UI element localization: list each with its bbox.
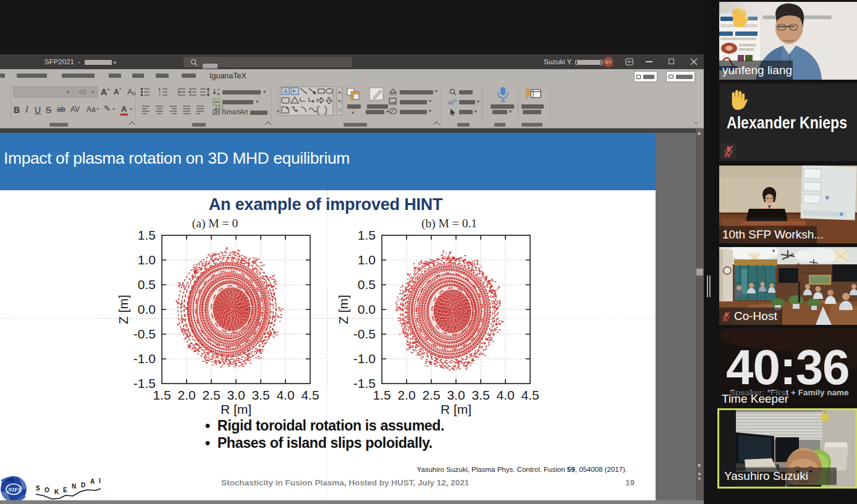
svg-text:1.5: 1.5 <box>373 388 391 402</box>
svg-text:Z [m]: Z [m] <box>336 295 350 324</box>
svg-text:S: S <box>36 485 40 492</box>
svg-text:1.5: 1.5 <box>358 228 376 242</box>
svg-text:-1.0: -1.0 <box>353 351 376 366</box>
svg-text:2.0: 2.0 <box>177 388 195 402</box>
svg-text:E: E <box>63 487 67 494</box>
svg-text:R [m]: R [m] <box>221 402 251 416</box>
svg-text:1.5: 1.5 <box>138 228 156 242</box>
svg-text:4.5: 4.5 <box>301 388 319 402</box>
svg-text:3.0: 3.0 <box>447 388 465 402</box>
svg-text:1.0: 1.0 <box>358 253 376 267</box>
svg-text:3.5: 3.5 <box>471 388 489 402</box>
svg-text:3.0: 3.0 <box>227 388 245 402</box>
svg-text:A: A <box>90 478 95 485</box>
svg-text:O: O <box>44 487 49 494</box>
svg-text:A: A <box>284 88 288 94</box>
svg-text:2.5: 2.5 <box>202 388 220 402</box>
svg-text:(b) M = 0.1: (b) M = 0.1 <box>421 217 477 230</box>
svg-text:D: D <box>81 482 85 489</box>
svg-text:1.5: 1.5 <box>153 388 171 402</box>
svg-text:3.5: 3.5 <box>251 388 269 402</box>
svg-text:0.0: 0.0 <box>138 302 156 316</box>
svg-text:2.0: 2.0 <box>397 388 415 402</box>
svg-text:0.5: 0.5 <box>358 277 376 292</box>
svg-text:ab: ab <box>448 99 454 106</box>
svg-text:0.0: 0.0 <box>358 302 376 316</box>
svg-text:4.0: 4.0 <box>276 388 294 402</box>
svg-text:(a) M = 0: (a) M = 0 <box>192 217 238 230</box>
svg-text:a: a <box>217 91 220 96</box>
svg-text:NIFS: NIFS <box>7 487 21 493</box>
svg-text:I: I <box>99 477 101 484</box>
svg-text:2.5: 2.5 <box>422 388 440 402</box>
svg-text:-0.5: -0.5 <box>353 327 376 341</box>
svg-text:4.5: 4.5 <box>521 388 539 402</box>
svg-text:N: N <box>72 483 76 490</box>
svg-text:1.0: 1.0 <box>138 253 156 267</box>
svg-text:R [m]: R [m] <box>441 402 471 416</box>
svg-text:0.5: 0.5 <box>138 277 156 292</box>
svg-text:-1.0: -1.0 <box>133 351 156 366</box>
svg-text:K: K <box>54 489 59 495</box>
svg-text:4.0: 4.0 <box>496 388 514 402</box>
svg-text:-0.5: -0.5 <box>133 327 156 341</box>
svg-text:Z [m]: Z [m] <box>116 295 130 324</box>
